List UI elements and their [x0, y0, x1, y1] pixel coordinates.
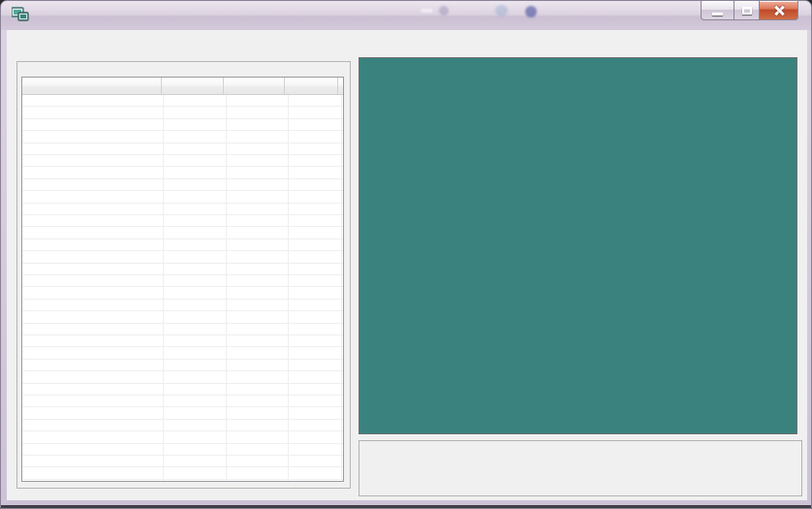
column-header-avg-response[interactable]	[224, 78, 285, 94]
titlebar-glass-artifact	[421, 9, 433, 13]
minimize-button[interactable]	[701, 1, 734, 20]
maximize-icon	[742, 7, 752, 15]
menu-settings[interactable]	[33, 37, 50, 44]
titlebar-glass-artifact	[439, 6, 449, 16]
column-grid-line	[226, 95, 227, 481]
chart-plot-area	[392, 98, 751, 388]
column-grid-line	[341, 95, 342, 481]
app-icon	[12, 7, 29, 22]
menu-tools[interactable]	[55, 37, 73, 44]
menu-help[interactable]	[77, 37, 94, 44]
app-window	[0, 0, 812, 509]
hosts-table-body[interactable]	[22, 95, 343, 481]
status-panel	[359, 440, 802, 496]
client-area	[7, 30, 807, 500]
menu-task[interactable]	[12, 37, 29, 44]
window-controls	[701, 1, 798, 20]
titlebar[interactable]	[1, 1, 811, 30]
column-header-description[interactable]	[162, 78, 224, 94]
titlebar-glass-artifact	[525, 6, 537, 17]
close-icon	[773, 5, 785, 16]
titlebar-glass-artifact	[495, 5, 508, 16]
column-grid-line	[288, 95, 289, 481]
close-button[interactable]	[760, 1, 798, 20]
menubar	[7, 30, 807, 51]
column-header-host[interactable]	[22, 78, 162, 94]
minimize-icon	[712, 13, 723, 16]
maximize-button[interactable]	[734, 1, 760, 20]
column-header-filler	[338, 78, 343, 94]
monitored-hosts-groupbox	[16, 61, 351, 489]
column-header-packet-loss[interactable]	[285, 78, 338, 94]
hosts-table[interactable]	[21, 77, 344, 482]
column-grid-line	[163, 95, 164, 481]
hosts-table-header	[22, 78, 343, 95]
response-time-chart-panel	[359, 57, 797, 434]
window-bottom-edge	[1, 505, 811, 508]
